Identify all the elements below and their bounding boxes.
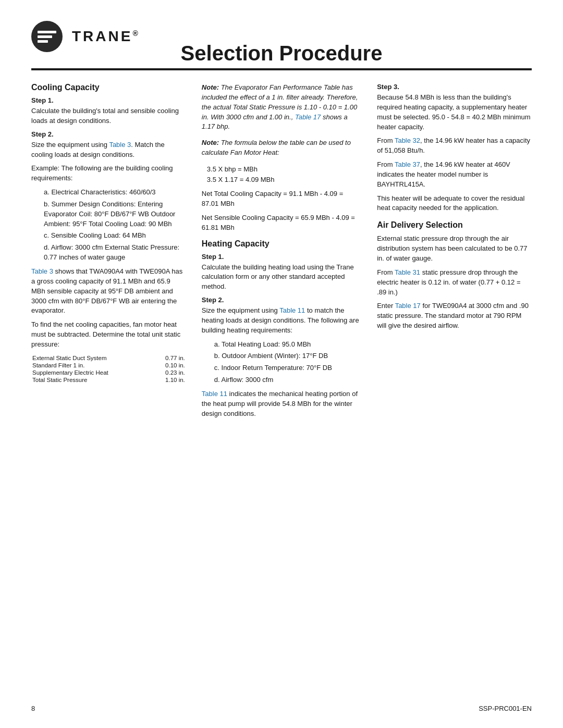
list-item-a: a. Electrical Characteristics: 460/60/3 (44, 188, 186, 198)
heat-step2-para: Size the equipment using Table 11 to mat… (202, 306, 361, 336)
from-table32-para: From Table 32, the 14.96 kW heater has a… (377, 136, 532, 156)
table-row: Supplementary Electric Heat 0.23 in. (32, 369, 185, 376)
note2-label: Note: (202, 139, 219, 146)
formula-block: 3.5 X bhp = MBh 3.5 X 1.17 = 4.09 MBh (202, 164, 361, 185)
table3-link[interactable]: Table 3 (109, 141, 131, 149)
note1-block: Note: The Evaporator Fan Performance Tab… (202, 83, 361, 132)
heat-list-b: b. Outdoor Ambient (Winter): 17°F DB (214, 351, 361, 361)
table11-ref-link[interactable]: Table 11 (202, 390, 227, 398)
step2-label: Step 2. (31, 130, 186, 138)
brand-name: TRANE® (72, 28, 140, 45)
title-divider (31, 68, 532, 70)
net-cooling-para: Net Total Cooling Capacity = 91.1 MBh - … (202, 189, 361, 209)
table11-link[interactable]: Table 11 (279, 306, 305, 314)
table3-para: Table 3 shows that TWA090A4 with TWE090A… (31, 267, 186, 316)
fan-motor-para: To find the net cooling capacities, fan … (31, 320, 186, 350)
footer-page-number: 8 (31, 705, 35, 712)
logo-area: TRANE® (31, 21, 140, 52)
table37-link[interactable]: Table 37 (395, 161, 420, 168)
table17-link[interactable]: Table 17 (395, 302, 421, 310)
heat-step1-label: Step 1. (202, 253, 361, 261)
step1-label: Step 1. (31, 96, 186, 104)
column-right: Step 3. Because 54.8 MBh is less than th… (366, 83, 532, 423)
note2-block: Note: The formula below the table can be… (202, 138, 361, 158)
air-delivery-para1: External static pressure drop through th… (377, 234, 532, 264)
step2-example: Example: The following are the building … (31, 164, 186, 183)
from-table37-para: From Table 37, the 14.96 kW heater at 46… (377, 160, 532, 190)
note2-text: The formula below the table can be used … (202, 139, 351, 156)
cooling-capacity-title: Cooling Capacity (31, 83, 186, 92)
air-delivery-title: Air Delivery Selection (377, 220, 532, 230)
heat-step2-list: a. Total Heating Load: 95.0 MBh b. Outdo… (210, 340, 361, 385)
table3-ref-link[interactable]: Table 3 (31, 267, 53, 275)
heat-step2-label: Step 2. (202, 296, 361, 304)
trane-logo-icon (31, 21, 63, 52)
list-item-b: b. Summer Design Conditions: Entering Ev… (44, 200, 186, 229)
column-center: Note: The Evaporator Fan Performance Tab… (197, 83, 366, 423)
table17-note-link[interactable]: Table 17 (295, 113, 321, 121)
table31-link[interactable]: Table 31 (395, 268, 420, 276)
content-area: Cooling Capacity Step 1. Calculate the b… (31, 83, 532, 423)
heat-step1-text: Calculate the building heating load usin… (202, 263, 361, 292)
list-item-d: d. Airflow: 3000 cfm External Static Pre… (44, 243, 186, 263)
heat-list-a: a. Total Heating Load: 95.0 MBh (214, 340, 361, 350)
static-pressure-table: External Static Duct System 0.77 in. Sta… (31, 354, 186, 384)
step2-list: a. Electrical Characteristics: 460/60/3 … (40, 188, 186, 263)
right-step3-label: Step 3. (377, 83, 532, 91)
heat-list-d: d. Airflow: 3000 cfm (214, 375, 361, 385)
from-table31-para: From Table 31 static pressure drop throu… (377, 268, 532, 298)
table11-para: Table 11 indicates the mechanical heatin… (202, 389, 361, 419)
enter-table17-para: Enter Table 17 for TWE090A4 at 3000 cfm … (377, 301, 532, 331)
step2-intro-para: Size the equipment using Table 3. Match … (31, 140, 186, 160)
formula1: 3.5 X bhp = MBh (207, 164, 361, 175)
table32-link[interactable]: Table 32 (395, 137, 420, 144)
column-left: Cooling Capacity Step 1. Calculate the b… (31, 83, 197, 423)
table-row: External Static Duct System 0.77 in. (32, 355, 185, 361)
note1-label: Note: (202, 83, 219, 91)
step3-para1: Because 54.8 MBh is less than the buildi… (377, 93, 532, 132)
footer-doc-code: SSP-PRC001-EN (479, 705, 532, 712)
table-row: Total Static Pressure 1.10 in. (32, 377, 185, 383)
net-sensible-para: Net Sensible Cooling Capacity = 65.9 MBh… (202, 213, 361, 233)
step1-text: Calculate the building's total and sensi… (31, 106, 186, 126)
heater-para: This heater will be adequate to cover th… (377, 194, 532, 214)
heat-list-c: c. Indoor Return Temperature: 70°F DB (214, 363, 361, 373)
list-item-c: c. Sensible Cooling Load: 64 MBh (44, 231, 186, 241)
table-row: Standard Filter 1 in. 0.10 in. (32, 362, 185, 368)
formula2: 3.5 X 1.17 = 4.09 MBh (207, 175, 361, 185)
heating-capacity-title: Heating Capacity (202, 239, 361, 249)
